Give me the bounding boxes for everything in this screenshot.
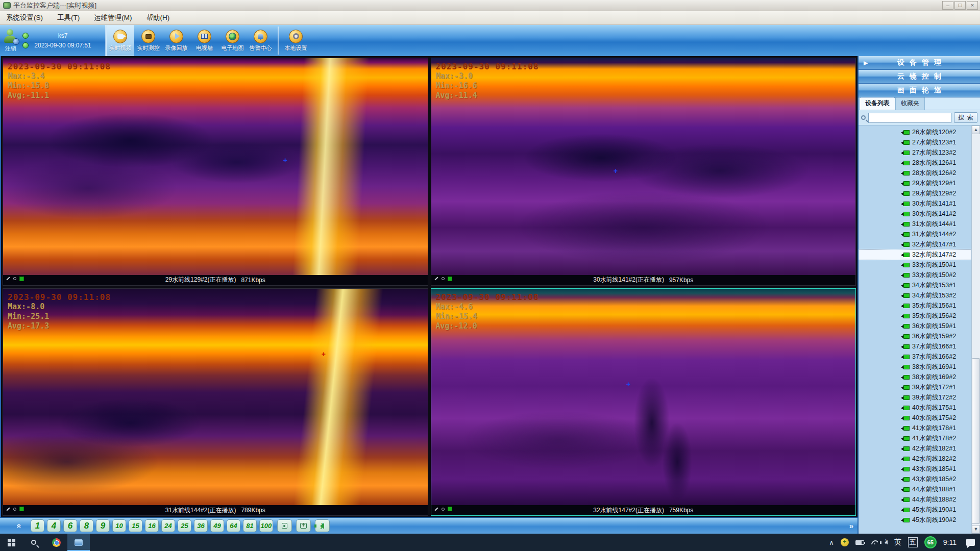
layout-button[interactable]: 64 bbox=[227, 519, 240, 532]
toolbar-alarm-center-button[interactable]: 告警中心 bbox=[247, 25, 275, 56]
camera-icon bbox=[903, 202, 910, 206]
user-avatar-icon[interactable] bbox=[3, 29, 18, 44]
camera-icon bbox=[903, 365, 910, 369]
camera-icon bbox=[903, 140, 910, 145]
camera-icon bbox=[903, 334, 910, 339]
layout-toolbar: » 14689101516242536496481100 » bbox=[0, 517, 857, 534]
camera-icon bbox=[903, 385, 910, 390]
temp-min: Min:-25.1 bbox=[8, 312, 111, 321]
record-icon[interactable] bbox=[448, 507, 452, 511]
scrollbar-thumb[interactable] bbox=[972, 358, 980, 524]
zoom-icon[interactable] bbox=[13, 508, 16, 511]
toolbar-live-video-button[interactable]: 实时视频 bbox=[106, 25, 134, 56]
zoom-icon[interactable] bbox=[13, 277, 16, 280]
menu-item[interactable]: 工具(T) bbox=[57, 13, 80, 22]
tab-favorites[interactable]: 收藏夹 bbox=[895, 97, 925, 110]
panel-device-management[interactable]: ▶ 设备管理 bbox=[859, 56, 980, 70]
thermal-video-feed[interactable]: 2023-09-30 09:11:08 Max:-4.6 Min:-15.4 A… bbox=[431, 289, 856, 506]
tray-expand-icon[interactable]: ∧ bbox=[829, 539, 834, 546]
title-bar: 平台监控客户端---[实时视频] – □ × bbox=[0, 0, 980, 11]
layout-button[interactable]: 4 bbox=[47, 519, 61, 532]
thermal-video-feed[interactable]: 2023-09-30 09:11:08 Max:-3.4 Min:-15.8 A… bbox=[3, 58, 428, 275]
add-view-button[interactable] bbox=[296, 519, 311, 532]
tray-app-icon[interactable]: + bbox=[841, 538, 849, 546]
expand-right-icon[interactable]: » bbox=[849, 521, 852, 530]
layout-button[interactable]: 49 bbox=[210, 519, 224, 532]
panel-view-patrol[interactable]: 画面轮巡 bbox=[859, 84, 980, 97]
layout-button[interactable]: 36 bbox=[194, 519, 208, 532]
layout-button[interactable]: 100 bbox=[259, 519, 273, 532]
close-button[interactable]: × bbox=[967, 1, 978, 10]
toolbar-local-settings-button[interactable]: 本地设置 bbox=[282, 25, 310, 56]
audio-button[interactable] bbox=[315, 519, 330, 532]
layout-button[interactable]: 1 bbox=[31, 519, 44, 532]
camera-icon bbox=[903, 273, 910, 278]
zoom-icon[interactable] bbox=[442, 277, 445, 280]
video-label: 30水前线141#2(正在播放) bbox=[593, 276, 664, 284]
layout-button[interactable]: 6 bbox=[63, 519, 77, 532]
search-input[interactable] bbox=[868, 113, 951, 123]
layout-button[interactable]: 15 bbox=[129, 519, 142, 532]
volume-icon[interactable] bbox=[885, 540, 888, 544]
sidebar-tabs: 设备列表 收藏夹 bbox=[859, 97, 980, 110]
camera-icon bbox=[903, 344, 910, 349]
record-icon[interactable] bbox=[19, 507, 24, 511]
menu-item[interactable]: 系统设置(S) bbox=[6, 13, 43, 22]
scroll-up-icon[interactable]: ▲ bbox=[972, 126, 980, 134]
layout-button[interactable]: 81 bbox=[243, 519, 257, 532]
edit-icon[interactable] bbox=[6, 277, 10, 280]
layout-button[interactable]: 24 bbox=[161, 519, 175, 532]
zoom-icon[interactable] bbox=[442, 508, 445, 511]
menu-item[interactable]: 运维管理(M) bbox=[94, 13, 132, 22]
logout-label[interactable]: 注销 bbox=[5, 45, 16, 53]
fullscreen-button[interactable] bbox=[277, 519, 292, 532]
toolbar-map-button[interactable]: 电子地图 bbox=[218, 25, 247, 56]
menu-item[interactable]: 帮助(H) bbox=[146, 13, 170, 22]
video-cell-3: 2023-09-30 09:11:08 Max:-8.0 Min:-25.1 A… bbox=[3, 288, 428, 516]
temp-avg: Avg:-12.0 bbox=[436, 321, 539, 331]
edit-icon[interactable] bbox=[434, 507, 438, 511]
edit-icon[interactable] bbox=[6, 507, 10, 511]
video-cell-1: 2023-09-30 09:11:08 Max:-3.4 Min:-15.8 A… bbox=[3, 58, 428, 286]
record-icon[interactable] bbox=[19, 277, 24, 281]
input-language[interactable]: 英 bbox=[894, 538, 901, 547]
temp-min: Min:-15.8 bbox=[8, 81, 111, 91]
chrome-button[interactable] bbox=[45, 534, 67, 551]
layout-button[interactable]: 10 bbox=[112, 519, 126, 532]
toolbar-playback-button[interactable]: 录像回放 bbox=[162, 25, 190, 56]
taskbar-search-button[interactable] bbox=[22, 534, 45, 551]
toolbar-live-telemetry-button[interactable]: 实时测控 bbox=[134, 25, 162, 56]
layout-button[interactable]: 16 bbox=[145, 519, 159, 532]
start-button[interactable] bbox=[0, 534, 22, 551]
layout-button[interactable]: 8 bbox=[80, 519, 93, 532]
monitor-app-button[interactable] bbox=[67, 534, 90, 551]
maximize-button[interactable]: □ bbox=[954, 1, 966, 10]
ime-indicator[interactable]: 五 bbox=[908, 537, 918, 547]
device-list: 26水前线120#2 27水前线123#1 27水前线123#2 28水前线12… bbox=[859, 126, 980, 534]
toolbar-tv-wall-button[interactable]: 电视墙 bbox=[190, 25, 218, 56]
collapse-chevron-icon[interactable]: » bbox=[14, 523, 23, 528]
video-grid: 2023-09-30 09:11:08 Max:-3.4 Min:-15.8 A… bbox=[0, 56, 857, 517]
thermal-video-feed[interactable]: 2023-09-30 09:11:08 Max:-8.0 Min:-25.1 A… bbox=[3, 289, 428, 506]
camera-icon bbox=[903, 406, 910, 410]
minimize-button[interactable]: – bbox=[942, 1, 953, 10]
clock[interactable]: 9:11 bbox=[943, 538, 957, 546]
wifi-icon[interactable] bbox=[871, 540, 878, 544]
tab-device-list[interactable]: 设备列表 bbox=[860, 97, 895, 110]
scroll-down-icon[interactable]: ▼ bbox=[972, 525, 980, 534]
right-sidebar: ▶ 设备管理 云镜控制 画面轮巡 设备列表 收藏夹 搜索 26水前线120#2 bbox=[857, 56, 980, 534]
temp-avg: Avg:-17.3 bbox=[8, 321, 111, 331]
edit-icon[interactable] bbox=[434, 277, 438, 280]
notification-center-icon[interactable] bbox=[966, 539, 975, 546]
record-icon[interactable] bbox=[448, 277, 452, 281]
battery-percent-badge[interactable]: 65 bbox=[924, 536, 937, 548]
temp-max: Max:-8.0 bbox=[8, 302, 111, 312]
panel-ptz-control[interactable]: 云镜控制 bbox=[859, 70, 980, 84]
toolbar-separator bbox=[278, 27, 279, 55]
layout-button[interactable]: 9 bbox=[96, 519, 110, 532]
thermal-video-feed[interactable]: 2023-09-30 09:11:08 Max:-3.0 Min:-16.6 A… bbox=[431, 58, 856, 275]
camera-icon bbox=[903, 283, 910, 288]
battery-icon[interactable] bbox=[855, 540, 864, 545]
layout-button[interactable]: 25 bbox=[178, 519, 191, 532]
search-button[interactable]: 搜索 bbox=[954, 112, 977, 123]
